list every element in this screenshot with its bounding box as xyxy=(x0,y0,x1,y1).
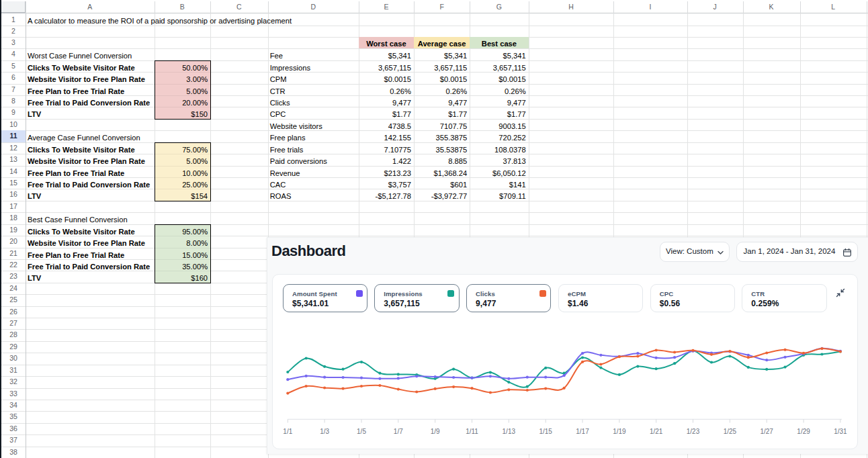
svg-text:1/5: 1/5 xyxy=(357,428,366,435)
svg-text:1/9: 1/9 xyxy=(431,428,440,435)
svg-text:1/27: 1/27 xyxy=(760,428,773,435)
svg-text:1/29: 1/29 xyxy=(797,428,810,435)
svg-text:1/19: 1/19 xyxy=(613,428,626,435)
svg-text:1/7: 1/7 xyxy=(394,428,403,435)
svg-text:1/11: 1/11 xyxy=(466,428,478,435)
svg-text:1/1: 1/1 xyxy=(283,428,292,435)
svg-text:1/23: 1/23 xyxy=(687,428,700,435)
svg-text:1/3: 1/3 xyxy=(320,428,329,435)
svg-text:1/17: 1/17 xyxy=(576,428,589,435)
svg-text:1/15: 1/15 xyxy=(539,428,552,435)
svg-text:1/13: 1/13 xyxy=(503,428,516,435)
svg-text:1/21: 1/21 xyxy=(650,428,663,435)
svg-text:1/31: 1/31 xyxy=(834,428,847,435)
svg-text:1/25: 1/25 xyxy=(724,428,737,435)
